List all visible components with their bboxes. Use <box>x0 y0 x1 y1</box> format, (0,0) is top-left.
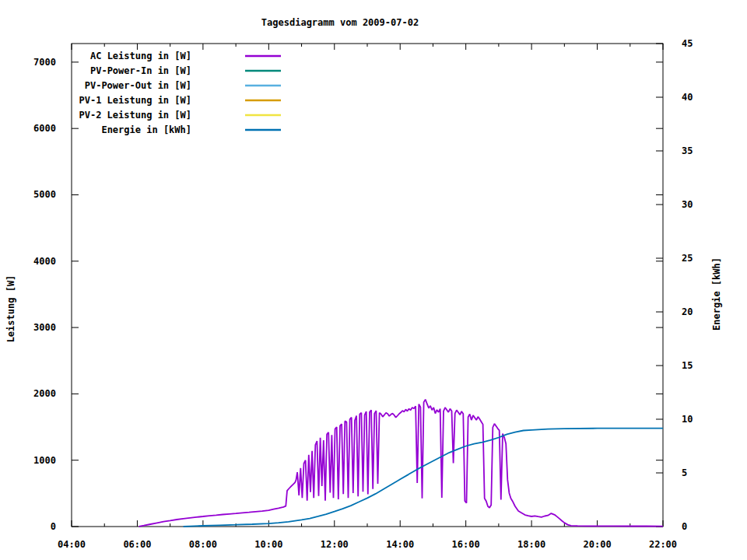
y2-tick-label: 20 <box>682 306 693 317</box>
x-tick-label: 22:00 <box>649 539 677 550</box>
legend-label: Energie in [kWh] <box>101 124 191 135</box>
plot-area: 04:0006:0008:0010:0012:0014:0016:0018:00… <box>0 0 747 560</box>
y2-tick-label: 15 <box>682 360 693 371</box>
x-tick-label: 08:00 <box>189 539 217 550</box>
legend-item-pv-power-in-in-w: PV-Power-In in [W] <box>90 65 281 76</box>
y2-tick-label: 40 <box>682 92 693 103</box>
y2-tick-label: 5 <box>682 467 687 478</box>
legend: AC Leistung in [W]PV-Power-In in [W]PV-P… <box>79 51 282 135</box>
legend-item-energie-in-kwh: Energie in [kWh] <box>101 124 281 135</box>
x-tick-label: 06:00 <box>123 539 151 550</box>
y2-tick-label: 30 <box>682 199 693 210</box>
legend-item-pv-power-out-in-w: PV-Power-Out in [W] <box>85 80 281 91</box>
y1-tick-label: 6000 <box>33 123 56 134</box>
series-lines <box>139 400 663 527</box>
chart-container: Tagesdiagramm vom 2009-07-02 Leistung [W… <box>0 0 747 560</box>
y1-tick-label: 4000 <box>33 256 56 267</box>
legend-label: AC Leistung in [W] <box>90 51 191 61</box>
series-ac-leistung-in-w <box>139 400 663 527</box>
x-tick-label: 12:00 <box>321 539 349 550</box>
y2-tick-label: 10 <box>682 414 693 425</box>
x-tick-label: 10:00 <box>254 539 282 550</box>
x-tick-label: 14:00 <box>386 539 414 550</box>
y1-tick-label: 3000 <box>33 322 56 333</box>
x-tick-label: 20:00 <box>583 539 611 550</box>
legend-item-ac-leistung-in-w: AC Leistung in [W] <box>90 51 281 61</box>
legend-item-pv-2-leistung-in-w: PV-2 Leistung in [W] <box>79 110 282 121</box>
y2-tick-label: 35 <box>682 145 693 156</box>
legend-label: PV-2 Leistung in [W] <box>79 110 192 121</box>
legend-item-pv-1-leistung-in-w: PV-1 Leistung in [W] <box>79 95 282 106</box>
y1-tick-label: 0 <box>51 521 56 532</box>
x-tick-label: 04:00 <box>58 539 86 550</box>
y1-tick-label: 7000 <box>33 57 56 68</box>
y2-tick-label: 45 <box>682 38 693 49</box>
y1-tick-label: 1000 <box>33 455 56 466</box>
y2-tick-label: 0 <box>682 521 687 532</box>
legend-label: PV-Power-Out in [W] <box>85 80 191 91</box>
legend-label: PV-Power-In in [W] <box>90 65 191 76</box>
y1-tick-label: 2000 <box>33 388 56 399</box>
x-tick-label: 16:00 <box>452 539 480 550</box>
y2-axis-ticks: 051015202530354045 <box>656 38 693 532</box>
y1-tick-label: 5000 <box>33 189 56 200</box>
x-tick-label: 18:00 <box>517 539 545 550</box>
legend-label: PV-1 Leistung in [W] <box>79 95 192 106</box>
y2-tick-label: 25 <box>682 253 693 264</box>
